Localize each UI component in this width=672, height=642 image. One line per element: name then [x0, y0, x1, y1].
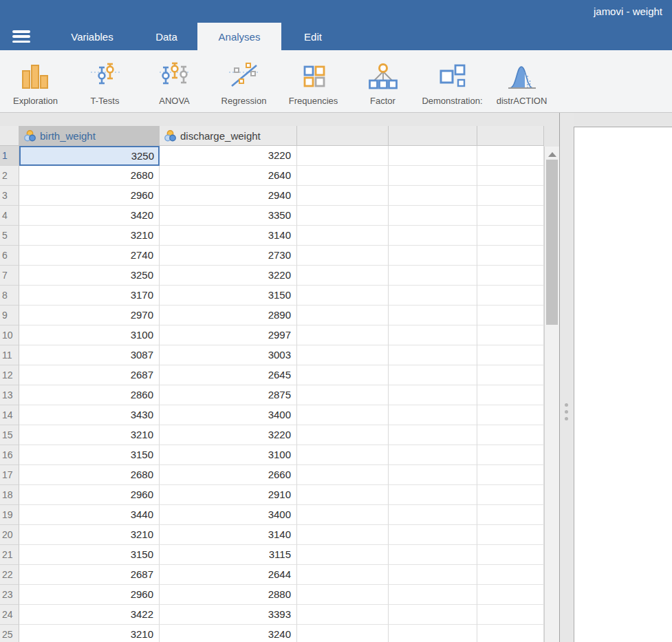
column-header-empty[interactable]: [389, 126, 477, 146]
data-cell[interactable]: 3250: [19, 146, 160, 166]
vertical-scrollbar[interactable]: [544, 147, 559, 642]
column-header-empty[interactable]: [477, 126, 544, 146]
empty-cell[interactable]: [389, 365, 477, 385]
empty-cell[interactable]: [477, 206, 544, 226]
select-all-corner[interactable]: [0, 126, 19, 146]
empty-cell[interactable]: [477, 345, 544, 365]
exploration-button[interactable]: Exploration: [1, 50, 70, 112]
row-number[interactable]: 7: [0, 266, 19, 286]
empty-cell[interactable]: [477, 565, 544, 585]
data-cell[interactable]: 3440: [19, 505, 160, 525]
empty-cell[interactable]: [389, 246, 477, 266]
column-header-discharge-weight[interactable]: discharge_weight: [160, 126, 297, 146]
data-cell[interactable]: 2940: [160, 186, 297, 206]
empty-cell[interactable]: [477, 226, 544, 246]
row-number[interactable]: 9: [0, 306, 19, 325]
data-cell[interactable]: 3087: [19, 345, 160, 365]
row-number[interactable]: 2: [0, 166, 19, 186]
data-cell[interactable]: 3140: [160, 226, 297, 246]
data-cell[interactable]: 3170: [19, 286, 160, 306]
row-number[interactable]: 3: [0, 186, 19, 206]
row-number[interactable]: 10: [0, 325, 19, 345]
data-cell[interactable]: 3422: [19, 605, 160, 625]
column-header-empty[interactable]: [297, 126, 389, 146]
data-cell[interactable]: 3220: [160, 266, 297, 286]
empty-cell[interactable]: [389, 465, 477, 485]
empty-cell[interactable]: [297, 266, 389, 286]
empty-cell[interactable]: [389, 625, 477, 642]
data-cell[interactable]: 2640: [160, 166, 297, 186]
data-cell[interactable]: 3350: [160, 206, 297, 226]
t-tests-button[interactable]: T-Tests: [70, 50, 140, 112]
data-cell[interactable]: 3210: [19, 226, 160, 246]
empty-cell[interactable]: [389, 505, 477, 525]
empty-cell[interactable]: [297, 405, 389, 425]
anova-button[interactable]: ANOVA: [140, 50, 209, 112]
empty-cell[interactable]: [477, 405, 544, 425]
data-cell[interactable]: 3250: [19, 266, 160, 286]
data-cell[interactable]: 3393: [160, 605, 297, 625]
empty-cell[interactable]: [297, 625, 389, 642]
empty-cell[interactable]: [477, 445, 544, 465]
empty-cell[interactable]: [477, 605, 544, 625]
empty-cell[interactable]: [389, 525, 477, 545]
empty-cell[interactable]: [297, 306, 389, 325]
data-cell[interactable]: 3140: [160, 525, 297, 545]
data-cell[interactable]: 3003: [160, 345, 297, 365]
empty-cell[interactable]: [389, 226, 477, 246]
demonstrations-button[interactable]: Demonstration:: [418, 50, 487, 112]
data-cell[interactable]: 2680: [19, 465, 160, 485]
data-cell[interactable]: 2680: [19, 166, 160, 186]
empty-cell[interactable]: [297, 206, 389, 226]
hamburger-menu-icon[interactable]: [12, 30, 30, 43]
empty-cell[interactable]: [389, 565, 477, 585]
empty-cell[interactable]: [297, 485, 389, 505]
row-number[interactable]: 19: [0, 505, 19, 525]
empty-cell[interactable]: [389, 186, 477, 206]
empty-cell[interactable]: [477, 465, 544, 485]
row-number[interactable]: 20: [0, 525, 19, 545]
empty-cell[interactable]: [389, 286, 477, 306]
row-number[interactable]: 24: [0, 605, 19, 625]
data-cell[interactable]: 2960: [19, 585, 160, 605]
empty-cell[interactable]: [389, 266, 477, 286]
empty-cell[interactable]: [477, 306, 544, 325]
empty-cell[interactable]: [477, 246, 544, 266]
regression-button[interactable]: Regression: [209, 50, 279, 112]
row-number[interactable]: 15: [0, 425, 19, 445]
data-cell[interactable]: 3400: [160, 505, 297, 525]
scrollbar-thumb[interactable]: [546, 160, 558, 325]
empty-cell[interactable]: [297, 525, 389, 545]
data-cell[interactable]: 2875: [160, 385, 297, 405]
empty-cell[interactable]: [297, 445, 389, 465]
data-cell[interactable]: 2970: [19, 306, 160, 325]
data-cell[interactable]: 2687: [19, 565, 160, 585]
empty-cell[interactable]: [297, 345, 389, 365]
data-cell[interactable]: 2880: [160, 585, 297, 605]
row-number[interactable]: 21: [0, 545, 19, 565]
row-number[interactable]: 1: [0, 146, 19, 166]
empty-cell[interactable]: [477, 146, 544, 166]
empty-cell[interactable]: [389, 306, 477, 325]
empty-cell[interactable]: [477, 166, 544, 186]
data-cell[interactable]: 2740: [19, 246, 160, 266]
empty-cell[interactable]: [297, 325, 389, 345]
empty-cell[interactable]: [297, 565, 389, 585]
data-cell[interactable]: 3240: [160, 625, 297, 642]
empty-cell[interactable]: [297, 505, 389, 525]
data-cell[interactable]: 2660: [160, 465, 297, 485]
empty-cell[interactable]: [477, 365, 544, 385]
tab-variables[interactable]: Variables: [61, 23, 123, 50]
distraction-button[interactable]: distrACTION: [487, 50, 556, 112]
data-cell[interactable]: 3100: [19, 325, 160, 345]
data-cell[interactable]: 2645: [160, 365, 297, 385]
row-number[interactable]: 14: [0, 405, 19, 425]
data-cell[interactable]: 2730: [160, 246, 297, 266]
data-cell[interactable]: 3100: [160, 445, 297, 465]
empty-cell[interactable]: [297, 186, 389, 206]
data-cell[interactable]: 2960: [19, 186, 160, 206]
empty-cell[interactable]: [477, 625, 544, 642]
empty-cell[interactable]: [477, 286, 544, 306]
empty-cell[interactable]: [389, 166, 477, 186]
empty-cell[interactable]: [389, 146, 477, 166]
